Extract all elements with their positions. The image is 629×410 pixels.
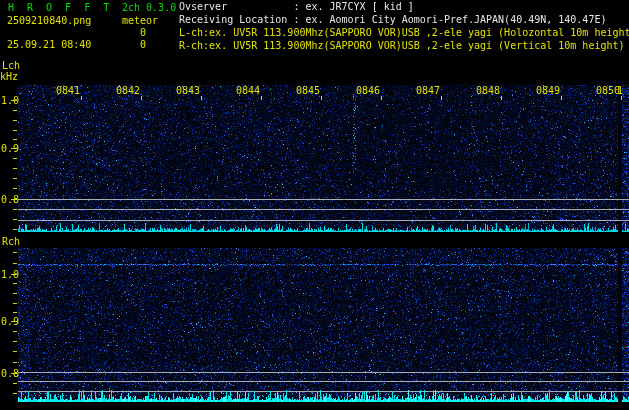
rch-freq-tick-0.8: 0.8 [1,368,19,379]
time-label: 0845 [296,85,320,96]
filename-label: 2509210840.png [7,15,91,26]
lch-config-line: L-ch:ex. UV5R 113.900Mhz(SAPPORO VOR)USB… [179,27,629,38]
location-line: Receiving Location : ex. Aomori City Aom… [179,14,606,25]
meteor-count-top: 0 [140,27,146,38]
rch-config-line: R-ch:ex. UV5R 113.900Mhz(SAPPORO VOR)USB… [179,40,625,51]
lch-freq-tick-0.9: 0.9 [1,143,19,154]
rch-panel-label: Rch [2,236,20,247]
time-label: 0847 [416,85,440,96]
meteor-count-bottom: 0 [140,39,146,50]
mode-label: meteor [122,15,158,26]
app-title: H R O F F T [8,2,113,13]
time-label: 0844 [236,85,260,96]
freq-unit-label: kHz [0,71,18,82]
time-label: 0841 [56,85,80,96]
hrofft-screen: H R O F F T 2ch 0.3.0 2509210840.png met… [0,0,629,410]
lch-panel-label: Lch [2,60,20,71]
rch-freq-tick-0.9: 0.9 [1,316,19,327]
rch-freq-tick-1.0: 1.0 [1,269,19,280]
time-label: 0850 [596,85,620,96]
time-label: 0846 [356,85,380,96]
version-label: 2ch 0.3.0 [122,2,176,13]
time-label: 0849 [536,85,560,96]
time-axis-row: 0841084208430844084508460847084808490850 [0,85,629,97]
time-label: 0842 [116,85,140,96]
time-label: 0848 [476,85,500,96]
lch-freq-tick-0.8: 0.8 [1,194,19,205]
datetime-label: 25.09.21 08:40 [7,39,91,50]
time-label: 0843 [176,85,200,96]
spectrogram-canvas [0,0,629,410]
observer-line: Ovserver : ex. JR7CYX [ kid ] [179,1,414,12]
